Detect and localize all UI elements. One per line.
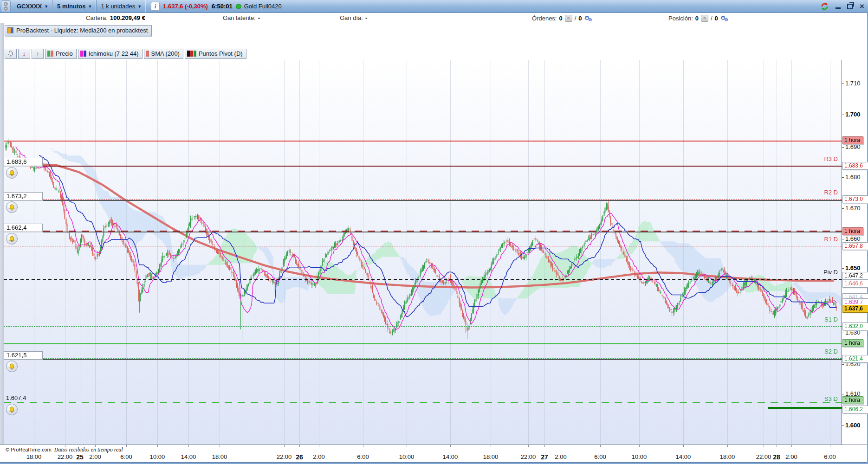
x-tick-mark xyxy=(528,445,529,447)
arrow-up-button[interactable]: ↑ xyxy=(32,49,44,59)
alarm-price-label: 1.607,4 xyxy=(4,394,42,402)
y-tick-label: 1.670 xyxy=(845,205,861,212)
x-tick-mark xyxy=(34,445,34,447)
legend-color-icon xyxy=(146,51,149,57)
alarm-bell-icon[interactable] xyxy=(6,404,18,415)
x-tick-label: 2:00 xyxy=(313,453,324,460)
x-tick-label: 18:00 xyxy=(26,453,42,460)
x-tick-label: 14:00 xyxy=(181,453,196,460)
time-axis[interactable]: © ProRealTime.comDatos recibidos en tiem… xyxy=(0,445,868,463)
timeframe-dropdown[interactable]: 5 minutos ▼ xyxy=(53,0,97,13)
axis-price-box: 1.647,2 xyxy=(842,272,868,280)
tab-probacktest[interactable]: ProBacktest - Liquidez: Media200 en prob… xyxy=(5,25,152,36)
market-time: 6:50:01 xyxy=(212,3,233,10)
x-tick-mark xyxy=(284,445,285,447)
probacktest-icon xyxy=(7,27,13,33)
cartera-value: 100.209,49 € xyxy=(110,14,145,21)
x-tick-mark xyxy=(299,445,300,447)
alarm-bell-icon[interactable] xyxy=(6,233,18,245)
x-tick-mark xyxy=(95,445,96,447)
quantity-label: 1 k unidades xyxy=(101,3,135,10)
alarm-bell-icon[interactable] xyxy=(6,167,18,179)
position-settings-icon[interactable]: ⚙⚙ xyxy=(720,14,727,22)
price-level-line xyxy=(4,141,842,142)
x-tick-label: 18:00 xyxy=(483,453,499,460)
x-tick-label: 6:00 xyxy=(357,453,369,460)
unrealized-pnl: Gan latente: - xyxy=(223,14,260,21)
x-tick-label: 18:00 xyxy=(720,453,735,460)
x-tick-mark xyxy=(764,445,764,447)
last-price-change: 1.637,6 (-0,30%) xyxy=(163,3,208,10)
close-position-icon[interactable]: ✕ xyxy=(701,15,708,22)
window-bottom-edge xyxy=(0,462,868,464)
app-logo-icon xyxy=(1,0,11,12)
sync-icon[interactable] xyxy=(820,2,829,11)
price-level-line xyxy=(4,326,842,327)
x-tick-mark xyxy=(126,445,127,447)
x-tick-label: 18:00 xyxy=(212,453,227,460)
x-tick-mark xyxy=(777,445,777,447)
minimize-button[interactable] xyxy=(836,4,841,9)
gan-latente-value: - xyxy=(258,14,260,21)
y-tick-mark xyxy=(842,394,844,394)
pivot-label-s1-d: S1 D xyxy=(824,316,838,323)
y-tick-mark xyxy=(842,268,844,269)
x-tick-mark xyxy=(65,445,65,447)
x-tick-mark xyxy=(80,445,80,447)
alarm-bell-icon[interactable] xyxy=(6,361,18,372)
arrow-down-button[interactable]: ↓ xyxy=(18,49,30,59)
legend-chip-puntos[interactable]: Puntos Pivot (D) xyxy=(185,49,246,59)
axis-price-box: 1.632,0 xyxy=(842,322,868,330)
pivot-label-s3-d: S3 D xyxy=(824,395,838,402)
y-tick-mark xyxy=(842,147,844,148)
y-tick-label: 1.710 xyxy=(845,80,861,87)
price-chart[interactable]: 1.683,61.673,21.662,41.621,51.607,4R3 DR… xyxy=(4,60,842,445)
info-icon[interactable]: i xyxy=(151,2,160,11)
x-tick-mark xyxy=(830,445,830,447)
instrument-dropdown[interactable]: GCXXXX ▼ xyxy=(13,0,53,13)
price-level-line xyxy=(4,166,842,167)
price-axis[interactable]: 1.7101.7001.6901.6801.6701.6601.6501.630… xyxy=(842,60,868,445)
x-tick-mark xyxy=(727,445,728,447)
cancel-orders-icon[interactable]: ✕ xyxy=(565,15,572,22)
y-tick-mark xyxy=(842,239,844,239)
x-tick-label: 22:00 xyxy=(756,453,771,460)
copyright-line: © ProRealTime.comDatos recibidos en tiem… xyxy=(6,446,123,453)
pivot-label-s2-d: S2 D xyxy=(824,348,838,355)
legend-chip-sma[interactable]: SMA (200) xyxy=(144,49,183,59)
window-controls: × xyxy=(820,0,864,13)
chevron-down-icon: ▼ xyxy=(44,4,48,9)
x-tick-label: 2:00 xyxy=(89,453,101,460)
posicion-count2: 0 xyxy=(715,15,718,22)
x-tick-label: 14:00 xyxy=(676,453,691,460)
indicator-legend-row: ↓↑PrecioIchimoku (7 22 44)SMA (200)Punto… xyxy=(5,49,246,58)
price-level-line xyxy=(4,200,842,201)
axis-price-box: 1 hora xyxy=(842,339,863,347)
bell-outline-button[interactable] xyxy=(5,49,17,59)
instrument-label: GCXXXX xyxy=(17,3,42,10)
legend-chip-precio[interactable]: Precio xyxy=(45,49,77,59)
x-tick-label: 27 xyxy=(541,453,548,461)
alarm-price-label: 1.683,6 xyxy=(4,158,43,166)
title-bar: GCXXXX ▼ 5 minutos ▼ 1 k unidades ▼ i 1.… xyxy=(0,0,868,13)
alarm-bell-icon[interactable] xyxy=(6,201,18,213)
posicion-label: Posición: xyxy=(668,15,693,22)
price-level-line xyxy=(4,343,842,344)
orders-settings-icon[interactable]: ⚙⚙ xyxy=(584,14,591,22)
axis-price-box: 1.646,6 xyxy=(842,280,868,288)
restore-button[interactable] xyxy=(847,4,853,9)
x-tick-label: 10:00 xyxy=(399,453,415,460)
x-tick-label: 22:00 xyxy=(277,453,292,460)
x-tick-label: 2:00 xyxy=(785,453,797,460)
cartera-label: Cartera: xyxy=(86,14,108,21)
legend-color-icon xyxy=(47,51,53,57)
quantity-dropdown[interactable]: 1 k unidades ▼ xyxy=(97,0,146,13)
x-tick-mark xyxy=(450,445,451,447)
price-level-line xyxy=(4,246,842,246)
legend-chip-ichimoku[interactable]: Ichimoku (7 22 44) xyxy=(78,49,143,59)
gan-latente-label: Gan latente: xyxy=(223,14,256,21)
candlestick-canvas[interactable] xyxy=(4,60,842,445)
close-button[interactable]: × xyxy=(860,2,864,10)
pivot-label-r2-d: R2 D xyxy=(824,189,838,196)
alarm-price-label: 1.662,4 xyxy=(4,224,43,232)
